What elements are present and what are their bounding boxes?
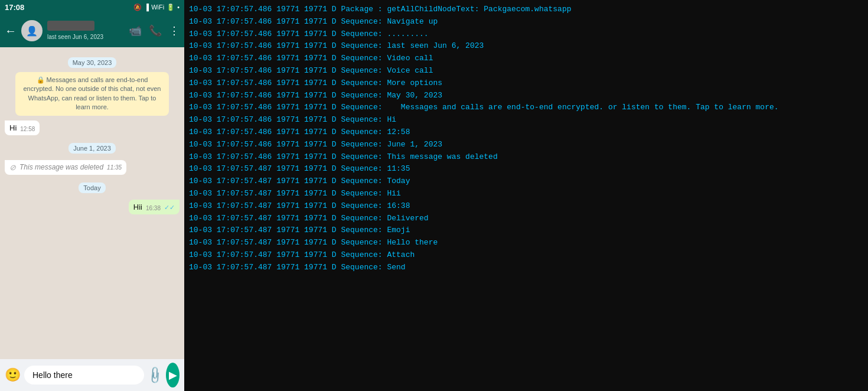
- log-line: 10-03 17:07:57.486 19771 19771 D Sequenc…: [189, 114, 863, 126]
- msg-row-deleted: ⊘ This message was deleted 11:35: [5, 158, 180, 177]
- dots-icon: •: [177, 4, 180, 11]
- message-text: Hii: [133, 203, 142, 211]
- log-line: 10-03 17:07:57.486 19771 19771 D Sequenc…: [189, 90, 863, 102]
- send-icon: ▶: [169, 369, 177, 382]
- log-line: 10-03 17:07:57.487 19771 19771 D Sequenc…: [189, 249, 863, 262]
- log-line: 10-03 17:07:57.487 19771 19771 D Sequenc…: [189, 200, 863, 213]
- emoji-button[interactable]: 🙂: [5, 367, 21, 383]
- log-line: 10-03 17:07:57.487 19771 19771 D Sequenc…: [189, 237, 863, 249]
- log-line: 10-03 17:07:57.486 19771 19771 D Sequenc…: [189, 139, 863, 151]
- message-time: 12:58: [20, 126, 35, 132]
- msg-row-hi: Hi 12:58: [5, 118, 180, 138]
- log-panel[interactable]: 10-03 17:07:57.486 19771 19771 D Package…: [184, 0, 868, 391]
- back-button[interactable]: ←: [5, 24, 17, 38]
- contact-status: last seen Jun 6, 2023: [47, 34, 103, 40]
- log-line: 10-03 17:07:57.486 19771 19771 D Sequenc…: [189, 77, 863, 90]
- message-deleted-time: 11:35: [107, 164, 122, 171]
- log-line: 10-03 17:07:57.486 19771 19771 D Sequenc…: [189, 40, 863, 53]
- status-bar: 17:08 🔕 ▐ WiFi 🔋 •: [0, 0, 184, 14]
- message-time: 16:38: [146, 205, 161, 211]
- voice-call-button[interactable]: 📞: [149, 24, 162, 37]
- log-line: 10-03 17:07:57.487 19771 19771 D Sequenc…: [189, 175, 863, 188]
- chat-panel: 17:08 🔕 ▐ WiFi 🔋 • ← 👤 last seen Jun 6, …: [0, 0, 184, 391]
- log-line: 10-03 17:07:57.487 19771 19771 D Sequenc…: [189, 262, 863, 274]
- video-call-button[interactable]: 📹: [129, 24, 142, 37]
- header-actions: 📹 📞 ⋮: [129, 24, 180, 37]
- date-divider-today: Today: [5, 182, 180, 193]
- log-line: 10-03 17:07:57.486 19771 19771 D Package…: [189, 4, 863, 16]
- chat-input-bar: 🙂 📎 ▶: [0, 359, 184, 391]
- log-line: 10-03 17:07:57.486 19771 19771 D Sequenc…: [189, 151, 863, 164]
- log-line: 10-03 17:07:57.486 19771 19771 D Sequenc…: [189, 16, 863, 28]
- more-options-button[interactable]: ⋮: [169, 24, 180, 37]
- message-tick: ✓✓: [164, 204, 175, 211]
- battery-icon: 🔋: [167, 4, 175, 11]
- status-bar-left: 17:08: [5, 3, 24, 12]
- log-line: 10-03 17:07:57.487 19771 19771 D Sequenc…: [189, 224, 863, 237]
- message-received-hi: Hi 12:58: [5, 120, 40, 135]
- mute-icon: 🔕: [133, 4, 142, 11]
- log-line: 10-03 17:07:57.486 19771 19771 D Sequenc…: [189, 102, 863, 114]
- message-input[interactable]: [24, 366, 144, 385]
- status-icons: 🔕 ▐ WiFi 🔋 •: [133, 4, 180, 11]
- contact-info: last seen Jun 6, 2023: [47, 21, 124, 41]
- avatar[interactable]: 👤: [21, 20, 43, 41]
- attach-button[interactable]: 📎: [145, 365, 165, 386]
- contact-name: [47, 21, 94, 31]
- log-line: 10-03 17:07:57.486 19771 19771 D Sequenc…: [189, 126, 863, 139]
- log-line: 10-03 17:07:57.487 19771 19771 D Sequenc…: [189, 163, 863, 175]
- log-line: 10-03 17:07:57.486 19771 19771 D Sequenc…: [189, 65, 863, 77]
- message-sent-hii: Hii 16:38 ✓✓: [129, 200, 180, 214]
- chat-header: ← 👤 last seen Jun 6, 2023 📹 📞 ⋮: [0, 14, 184, 47]
- log-line: 10-03 17:07:57.487 19771 19771 D Sequenc…: [189, 188, 863, 200]
- log-line: 10-03 17:07:57.486 19771 19771 D Sequenc…: [189, 28, 863, 41]
- message-deleted: ⊘ This message was deleted 11:35: [5, 160, 126, 175]
- chat-body[interactable]: May 30, 2023 🔒 Messages and calls are en…: [0, 47, 184, 359]
- date-divider-june1: June 1, 2023: [5, 142, 180, 153]
- wifi-icon: WiFi: [151, 4, 164, 11]
- message-deleted-text: This message was deleted: [19, 163, 103, 171]
- deleted-icon: ⊘: [9, 163, 16, 172]
- status-time: 17:08: [5, 3, 24, 12]
- message-text: Hi: [9, 123, 17, 132]
- log-line: 10-03 17:07:57.486 19771 19771 D Sequenc…: [189, 53, 863, 65]
- send-button[interactable]: ▶: [166, 363, 180, 387]
- signal-icon: ▐: [144, 4, 149, 11]
- log-line: 10-03 17:07:57.487 19771 19771 D Sequenc…: [189, 213, 863, 225]
- msg-row-hii: Hii 16:38 ✓✓: [5, 197, 180, 217]
- date-divider-may30: May 30, 2023: [5, 57, 180, 67]
- system-message: 🔒 Messages and calls are end-to-end encr…: [15, 72, 169, 116]
